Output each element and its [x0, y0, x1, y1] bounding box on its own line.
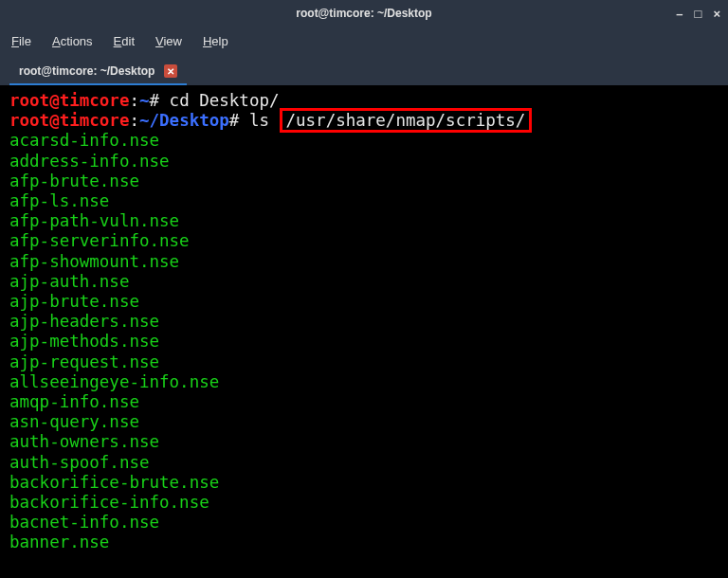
prompt-path: ~	[139, 91, 150, 110]
menu-actions[interactable]: Actions	[52, 34, 93, 48]
menu-view[interactable]: View	[155, 34, 182, 48]
list-item: afp-ls.nse	[9, 191, 719, 211]
list-item: ajp-brute.nse	[9, 292, 719, 312]
list-item: afp-path-vuln.nse	[9, 211, 719, 231]
minimize-button[interactable]: –	[676, 8, 682, 20]
file-listing: acarsd-info.nse address-info.nse afp-bru…	[9, 131, 719, 552]
prompt-path: ~/Desktop	[139, 111, 229, 130]
list-item: ajp-methods.nse	[9, 332, 719, 352]
prompt-hash: #	[150, 91, 160, 110]
list-item: ajp-auth.nse	[9, 272, 719, 292]
maximize-button[interactable]: □	[695, 8, 702, 20]
list-item: asn-query.nse	[9, 412, 719, 432]
menu-file[interactable]: File	[11, 34, 31, 48]
list-item: ajp-headers.nse	[9, 312, 719, 332]
terminal-tab[interactable]: root@timcore: ~/Desktop ✕	[9, 59, 187, 85]
menubar: File Actions Edit View Help	[0, 27, 728, 55]
menu-help[interactable]: Help	[203, 34, 228, 48]
window-title: root@timcore: ~/Desktop	[296, 7, 431, 20]
tab-close-icon[interactable]: ✕	[164, 64, 177, 78]
list-item: backorifice-info.nse	[9, 493, 719, 513]
tab-label: root@timcore: ~/Desktop	[19, 64, 155, 78]
tabbar: root@timcore: ~/Desktop ✕	[0, 55, 728, 85]
prompt-colon: :	[129, 111, 139, 130]
list-item: allseeingeye-info.nse	[9, 372, 719, 392]
list-item: afp-brute.nse	[9, 172, 719, 191]
list-item: banner.nse	[9, 533, 719, 552]
list-item: bacnet-info.nse	[9, 513, 719, 533]
list-item: address-info.nse	[9, 152, 719, 172]
list-item: backorifice-brute.nse	[9, 473, 719, 493]
list-item: afp-showmount.nse	[9, 252, 719, 272]
prompt-user-host: root@timcore	[9, 91, 129, 110]
list-item: ajp-request.nse	[9, 352, 719, 372]
command-cd: cd Desktop/	[159, 91, 279, 110]
prompt-colon: :	[129, 91, 139, 110]
window-controls: – □ ×	[676, 0, 720, 27]
list-item: auth-spoof.nse	[9, 453, 719, 473]
list-item: afp-serverinfo.nse	[9, 231, 719, 251]
list-item: auth-owners.nse	[9, 432, 719, 452]
close-button[interactable]: ×	[713, 8, 720, 20]
terminal-area[interactable]: root@timcore:~# cd Desktop/ root@timcore…	[0, 85, 728, 578]
command-ls: ls	[239, 111, 279, 130]
menu-edit[interactable]: Edit	[114, 34, 135, 48]
list-item: amqp-info.nse	[9, 392, 719, 412]
highlighted-path: /usr/share/nmap/scripts/	[280, 108, 533, 133]
titlebar: root@timcore: ~/Desktop – □ ×	[0, 0, 728, 27]
prompt-line-2: root@timcore:~/Desktop# ls /usr/share/nm…	[9, 111, 719, 131]
prompt-hash: #	[229, 111, 240, 130]
list-item: acarsd-info.nse	[9, 131, 719, 151]
prompt-user-host: root@timcore	[9, 111, 129, 130]
